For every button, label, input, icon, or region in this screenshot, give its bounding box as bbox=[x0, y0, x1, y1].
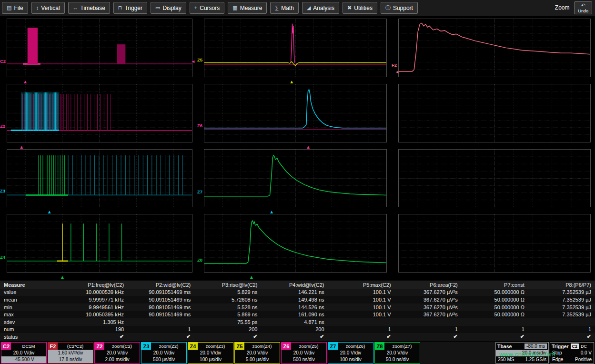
graticule-Z8 bbox=[204, 214, 387, 273]
descriptor-Z5[interactable]: Z5zoom(Z4)20.0 V/div5.00 µs/div bbox=[234, 342, 280, 364]
waveform-grid-area: C2▲◄Z5▲F2◄Z2▲Z6▲Z3▲Z7▲Z4▲Z8▲ bbox=[0, 17, 595, 281]
menu-button-label: Display bbox=[162, 5, 181, 11]
timebase-icon: ↔ bbox=[73, 5, 78, 10]
status-check-icon: ✔ bbox=[194, 333, 261, 341]
undo-button-label: Undo bbox=[578, 9, 588, 13]
graticule-F2 bbox=[398, 19, 591, 77]
descriptor-Z3[interactable]: Z3zoom(Z2)20.0 V/div500 µs/div bbox=[141, 342, 187, 364]
graticule-blank-3 bbox=[398, 214, 591, 273]
grid-blank-3[interactable] bbox=[398, 214, 591, 273]
descriptor-Z7[interactable]: Z7zoom(Z6)20.0 V/div100 ns/div bbox=[328, 342, 373, 364]
measure-column-P3[interactable]: P3:rise@lv(C2) bbox=[194, 281, 261, 289]
measure-value: 50.000000 Ω bbox=[462, 303, 528, 311]
utilities-icon: ✖ bbox=[347, 5, 352, 10]
descriptor-F2[interactable]: F2(C2*C2)1.60 kV²/div17.8 ns/div bbox=[48, 342, 93, 364]
measure-value: 1 bbox=[395, 326, 462, 334]
descriptor-C2[interactable]: C2DC1M20.0 V/div-45.500 V bbox=[1, 342, 47, 364]
menu-button-analysis[interactable]: ◢Analysis bbox=[302, 2, 339, 14]
grid-Z8[interactable]: Z8▲ bbox=[204, 214, 387, 273]
measure-column-P7[interactable]: P7:const bbox=[462, 281, 528, 289]
channel-setting-line: 100 ns/div bbox=[328, 356, 373, 363]
file-icon: ▤ bbox=[7, 5, 11, 10]
channel-tab-Z8: Z8 bbox=[375, 343, 384, 350]
menu-button-vertical[interactable]: ↕Vertical bbox=[31, 2, 65, 14]
menu-button-utilities[interactable]: ✖Utilities bbox=[343, 2, 377, 14]
descriptor-Z2[interactable]: Z2zoom(C2)20.0 V/div2.00 ms/div bbox=[94, 342, 140, 364]
measure-value: 200 bbox=[194, 326, 261, 334]
descriptor-Z8[interactable]: Z8zoom(Z7)20.0 V/div50.0 ns/div bbox=[374, 342, 420, 364]
channel-tab-Z5: Z5 bbox=[235, 343, 244, 350]
tbase-sampling-row: 250 MS 1.25 GS/s bbox=[496, 356, 548, 363]
grid-Z4[interactable]: Z4▲ bbox=[7, 214, 192, 273]
menu-button-trigger[interactable]: ⊓Trigger bbox=[113, 2, 147, 14]
menu-button-file[interactable]: ▤File bbox=[2, 2, 28, 14]
descriptor-Z4[interactable]: Z4zoom(Z3)20.0 V/div100 µs/div bbox=[188, 342, 233, 364]
measure-value: 50.000000 Ω bbox=[462, 289, 528, 296]
grid-blank-2[interactable] bbox=[398, 149, 591, 208]
trigger-icon: ⊓ bbox=[118, 5, 122, 10]
measure-column-P1[interactable]: P1:freq@lv(C2) bbox=[61, 281, 128, 289]
trigger-marker-Z8[interactable]: ▲ bbox=[249, 274, 254, 280]
graticule-Z4 bbox=[7, 214, 192, 273]
menu-button-measure[interactable]: ▦Measure bbox=[228, 2, 267, 14]
measure-value: 161.090 ns bbox=[261, 311, 328, 318]
measure-column-P2[interactable]: P2:wid@lv(C2) bbox=[128, 281, 194, 289]
menu-button-support[interactable]: ⓘSupport bbox=[381, 2, 418, 14]
grid-Z5[interactable]: Z5▲ bbox=[204, 19, 387, 77]
measure-column-P8[interactable]: P8:(P6/P7) bbox=[528, 281, 595, 289]
measure-value: 7.352539 µJ bbox=[528, 296, 595, 303]
measure-value: 146.221 ns bbox=[261, 289, 328, 296]
measure-value: 1 bbox=[462, 326, 528, 334]
channel-setting-line: 100 µs/div bbox=[188, 356, 233, 363]
channel-setting-line: 20.0 V/div bbox=[95, 350, 140, 356]
measure-column-P5[interactable]: P5:max(C2) bbox=[328, 281, 395, 289]
measure-value: 7.352539 µJ bbox=[528, 289, 595, 296]
channel-setting-line: 20.0 V/div bbox=[188, 350, 233, 356]
trigger-source-badge: C2 bbox=[571, 344, 579, 349]
display-icon: ▭ bbox=[155, 5, 160, 10]
menu-button-math[interactable]: ∑Math bbox=[270, 2, 299, 14]
channel-source-label: zoom(Z3) bbox=[198, 343, 233, 350]
status-check-icon: ✔ bbox=[462, 333, 528, 341]
channel-setting-line: 1.60 kV²/div bbox=[48, 350, 93, 356]
measure-value: 5.829 ns bbox=[194, 289, 261, 296]
timebase-descriptor[interactable]: Tbase -80.0 ms 20.0 ms/div 250 MS 1.25 G… bbox=[495, 342, 549, 364]
descriptor-bar: C2DC1M20.0 V/div-45.500 VF2(C2*C2)1.60 k… bbox=[0, 342, 595, 364]
trigger-marker-Z4[interactable]: ▲ bbox=[60, 274, 65, 280]
cursors-icon: + bbox=[194, 5, 197, 10]
channel-tab-Z4: Z4 bbox=[188, 343, 198, 350]
menu-button-label: Math bbox=[281, 5, 294, 11]
tbase-scale-row: 20.0 ms/div bbox=[496, 350, 548, 356]
grid-blank-1[interactable] bbox=[398, 84, 591, 142]
grid-Z6[interactable]: Z6▲ bbox=[204, 84, 387, 142]
menu-bar: ▤File↕Vertical↔Timebase⊓Trigger▭Display+… bbox=[0, 0, 595, 16]
grid-Z7[interactable]: Z7▲ bbox=[204, 149, 387, 208]
measure-value bbox=[128, 318, 194, 326]
tbase-samples: 250 MS bbox=[498, 356, 514, 363]
channel-setting-line: 17.8 ns/div bbox=[48, 356, 93, 363]
trace-label-Z6: Z6 bbox=[197, 123, 204, 128]
descriptor-Z6[interactable]: Z6zoom(Z5)20.0 V/div500 ns/div bbox=[281, 342, 327, 364]
tbase-scale: 20.0 ms/div bbox=[522, 350, 546, 356]
measure-column-P6[interactable]: P6:area(F2) bbox=[395, 281, 462, 289]
grid-C2[interactable]: C2▲◄ bbox=[7, 19, 192, 77]
status-check-icon: ✔ bbox=[128, 333, 194, 341]
menu-button-cursors[interactable]: +Cursors bbox=[190, 2, 224, 14]
grid-Z3[interactable]: Z3▲ bbox=[7, 149, 192, 208]
measure-value: 4.871 ns bbox=[261, 318, 328, 326]
grid-F2[interactable]: F2◄ bbox=[398, 19, 591, 77]
menu-button-display[interactable]: ▭Display bbox=[151, 2, 186, 14]
menu-button-timebase[interactable]: ↔Timebase bbox=[68, 2, 110, 14]
trigger-type-row: Edge Positive bbox=[550, 356, 594, 363]
undo-button[interactable]: ↶ Undo bbox=[574, 1, 592, 14]
measure-row-label-sdev: sdev bbox=[0, 318, 61, 326]
measure-value: 1 bbox=[128, 326, 194, 334]
measure-title: Measure bbox=[0, 281, 61, 289]
measure-row-label-value: value bbox=[0, 289, 61, 296]
measure-column-P4[interactable]: P4:wid@lv(C2) bbox=[261, 281, 328, 289]
descriptor-header: C2DC1M bbox=[1, 343, 46, 350]
measure-value: 1 bbox=[328, 326, 395, 334]
trigger-descriptor[interactable]: Trigger C2 DC Stop 0.0 V Edge Positive bbox=[550, 342, 594, 364]
measure-value: 10.0050395 kHz bbox=[61, 311, 128, 318]
grid-Z2[interactable]: Z2▲ bbox=[7, 84, 192, 142]
